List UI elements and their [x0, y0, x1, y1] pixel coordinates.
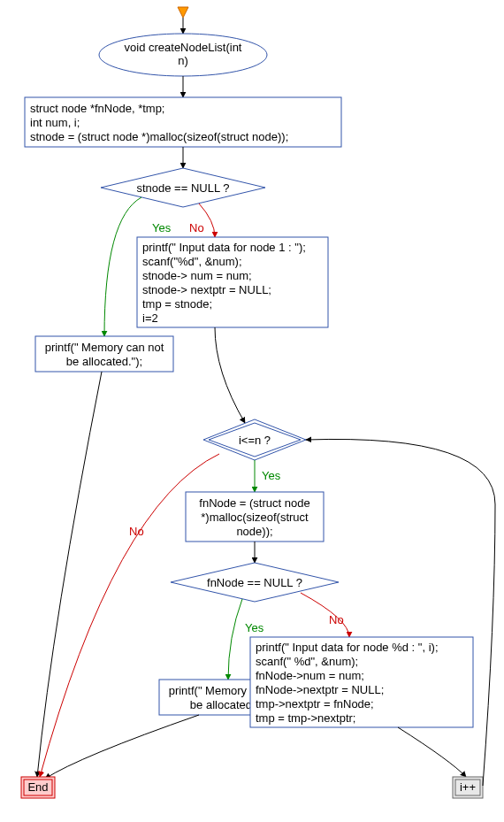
body-line6: tmp = tmp->nextptr;: [256, 711, 355, 725]
alloc-line1: fnNode = (struct node: [199, 496, 309, 510]
cond1-no-label: No: [189, 221, 204, 234]
init-line1: printf(" Input data for node 1 : ");: [142, 241, 306, 254]
error1-node: printf(" Memory can not be allocated.");: [35, 336, 173, 372]
init-line2: scanf("%d", &num);: [142, 255, 242, 268]
start-marker: [178, 7, 188, 18]
body-line1: printf(" Input data for node %d : ", i);: [256, 641, 439, 654]
inc-text: i++: [460, 780, 476, 794]
body-line3: fnNode->num = num;: [256, 669, 364, 682]
edge: [37, 372, 102, 777]
err1-line2: be allocated.");: [66, 355, 142, 368]
function-node: void createNodeList(int n): [99, 34, 267, 76]
end-node: End: [21, 777, 55, 798]
edge-yes: [228, 599, 242, 680]
cond1-text: stnode == NULL ?: [136, 181, 229, 195]
edge: [45, 715, 199, 779]
decision-stnode-null: stnode == NULL ?: [101, 168, 265, 207]
init-line6: i=2: [142, 311, 158, 325]
alloc-node: fnNode = (struct node *)malloc(sizeof(st…: [186, 492, 324, 542]
init-line5: tmp = stnode;: [142, 297, 212, 311]
func-line1: void createNodeList(int: [125, 41, 242, 54]
alloc-line2: *)malloc(sizeof(struct: [201, 511, 309, 524]
decl-line1: struct node *fnNode, *tmp;: [30, 102, 164, 115]
edge: [215, 327, 245, 423]
alloc-line3: node));: [236, 525, 272, 538]
cond3-text: fnNode == NULL ?: [207, 576, 302, 589]
body-line5: tmp->nextptr = fnNode;: [256, 697, 374, 711]
cond2-yes-label: Yes: [262, 469, 281, 482]
body-line4: fnNode->nextptr = NULL;: [256, 683, 384, 696]
cond1-yes-label: Yes: [152, 221, 172, 234]
body-line2: scanf(" %d", &num);: [256, 655, 358, 668]
err1-line1: printf(" Memory can not: [45, 341, 164, 354]
cond3-yes-label: Yes: [245, 621, 264, 634]
init-line4: stnode-> nextptr = NULL;: [142, 283, 271, 296]
init-node: printf(" Input data for node 1 : "); sca…: [137, 237, 328, 327]
declarations-node: struct node *fnNode, *tmp; int num, i; s…: [25, 97, 341, 147]
func-line2: n): [178, 54, 188, 67]
cond2-text: i<=n ?: [239, 434, 271, 447]
decl-line2: int num, i;: [30, 116, 80, 129]
increment-node: i++: [453, 777, 483, 798]
edge-yes: [104, 197, 141, 336]
cond2-no-label: No: [129, 525, 144, 538]
init-line3: stnode-> num = num;: [142, 269, 252, 282]
end-text: End: [27, 780, 48, 794]
edge: [398, 727, 466, 777]
decl-line3: stnode = (struct node *)malloc(sizeof(st…: [30, 130, 288, 143]
decision-fnnode-null: fnNode == NULL ?: [171, 563, 339, 602]
loop-body-node: printf(" Input data for node %d : ", i);…: [250, 637, 473, 727]
cond3-no-label: No: [329, 613, 344, 626]
